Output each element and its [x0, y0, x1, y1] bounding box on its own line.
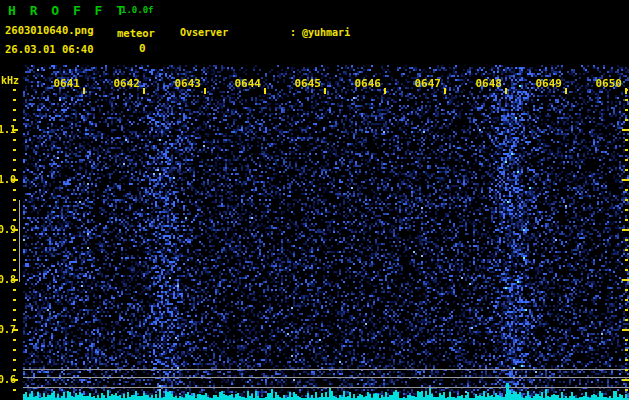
freq-minor-tick-right [625, 339, 628, 341]
timestamp: 26.03.01 06:40 [5, 43, 94, 55]
freq-minor-tick-right [625, 299, 628, 301]
freq-major-tick-right [622, 129, 629, 131]
freq-minor-tick-left [13, 119, 16, 121]
freq-minor-tick-right [625, 389, 628, 391]
freq-minor-tick-left [13, 239, 16, 241]
time-axis-tick [505, 88, 507, 94]
freq-minor-tick-right [625, 369, 628, 371]
time-axis-label: 0643 [171, 77, 201, 90]
freq-minor-tick-left [13, 289, 16, 291]
frequency-axis-label: 0.8 [0, 274, 12, 285]
freq-major-tick-right [622, 229, 629, 231]
freq-minor-tick-right [625, 249, 628, 251]
freq-minor-tick-left [13, 299, 16, 301]
freq-minor-tick-left [13, 169, 16, 171]
time-axis-label: 0645 [291, 77, 321, 90]
time-axis-label: 0641 [50, 77, 80, 90]
freq-minor-tick-left [13, 339, 16, 341]
frequency-axis-label: 1.1 [0, 124, 12, 135]
time-axis-tick [444, 88, 446, 94]
freq-minor-tick-right [625, 139, 628, 141]
freq-minor-tick-right [625, 159, 628, 161]
time-axis-label: 0644 [231, 77, 261, 90]
freq-major-tick-right [622, 179, 629, 181]
freq-minor-tick-right [625, 259, 628, 261]
time-axis-tick [565, 88, 567, 94]
freq-minor-tick-right [625, 99, 628, 101]
freq-minor-tick-right [625, 119, 628, 121]
frequency-axis-label: 0.6 [0, 374, 12, 385]
app-title: H R O F F T [8, 3, 127, 18]
freq-minor-tick-left [13, 149, 16, 151]
freq-minor-tick-right [625, 149, 628, 151]
freq-minor-tick-left [13, 369, 16, 371]
freq-minor-tick-left [13, 199, 16, 201]
freq-minor-tick-left [13, 389, 16, 391]
freq-minor-tick-right [625, 289, 628, 291]
info-row-observer: Ovserver:@yuhmari [180, 27, 549, 39]
time-axis-label: 0649 [532, 77, 562, 90]
freq-minor-tick-right [625, 109, 628, 111]
freq-minor-tick-right [625, 309, 628, 311]
freq-major-tick-right [622, 329, 629, 331]
freq-minor-tick-right [625, 199, 628, 201]
time-axis-tick [143, 88, 145, 94]
time-axis-label: 0650 [592, 77, 622, 90]
time-axis-tick [324, 88, 326, 94]
freq-minor-tick-left [13, 249, 16, 251]
freq-minor-tick-right [625, 319, 628, 321]
time-axis-tick [384, 88, 386, 94]
freq-minor-tick-left [13, 349, 16, 351]
output-filename: 2603010640.png [5, 24, 94, 36]
freq-minor-tick-right [625, 349, 628, 351]
info-label: Ovserver [180, 27, 290, 39]
freq-minor-tick-left [13, 159, 16, 161]
freq-minor-tick-left [13, 209, 16, 211]
count-band-marker-line [19, 200, 20, 282]
frequency-axis-label: 0.7 [0, 324, 12, 335]
freq-minor-tick-right [625, 89, 628, 91]
hrofft-window: H R O F F T 1.0.0f 2603010640.png meteor… [0, 0, 629, 400]
freq-minor-tick-left [13, 99, 16, 101]
freq-minor-tick-left [13, 319, 16, 321]
freq-minor-tick-right [625, 189, 628, 191]
freq-minor-tick-right [625, 359, 628, 361]
frequency-axis-label: 0.9 [0, 224, 12, 235]
freq-major-tick-right [622, 279, 629, 281]
freq-minor-tick-left [13, 109, 16, 111]
time-axis-tick [204, 88, 206, 94]
freq-minor-tick-left [13, 219, 16, 221]
freq-minor-tick-left [13, 189, 16, 191]
freq-minor-tick-left [13, 309, 16, 311]
meteor-count-label: meteor [117, 27, 155, 39]
freq-major-tick-right [622, 379, 629, 381]
freq-minor-tick-left [13, 139, 16, 141]
freq-minor-tick-left [13, 259, 16, 261]
time-axis-tick [83, 88, 85, 94]
time-axis-label: 0642 [110, 77, 140, 90]
info-separator: : [290, 27, 302, 39]
freq-minor-tick-right [625, 169, 628, 171]
time-axis-label: 0648 [472, 77, 502, 90]
freq-minor-tick-left [13, 359, 16, 361]
info-value: @yuhmari [302, 27, 350, 38]
meteor-count-value: 0 [139, 42, 146, 55]
freq-minor-tick-right [625, 219, 628, 221]
freq-minor-tick-left [13, 89, 16, 91]
spectrogram-canvas [23, 63, 629, 400]
time-axis-label: 0647 [411, 77, 441, 90]
app-version: 1.0.0f [121, 5, 154, 15]
freq-minor-tick-right [625, 239, 628, 241]
time-axis-tick [264, 88, 266, 94]
freq-minor-tick-right [625, 209, 628, 211]
time-axis-label: 0646 [351, 77, 381, 90]
frequency-axis-unit-label: kHz [1, 75, 19, 86]
freq-minor-tick-left [13, 269, 16, 271]
freq-minor-tick-right [625, 269, 628, 271]
frequency-axis-label: 1.0 [0, 174, 12, 185]
